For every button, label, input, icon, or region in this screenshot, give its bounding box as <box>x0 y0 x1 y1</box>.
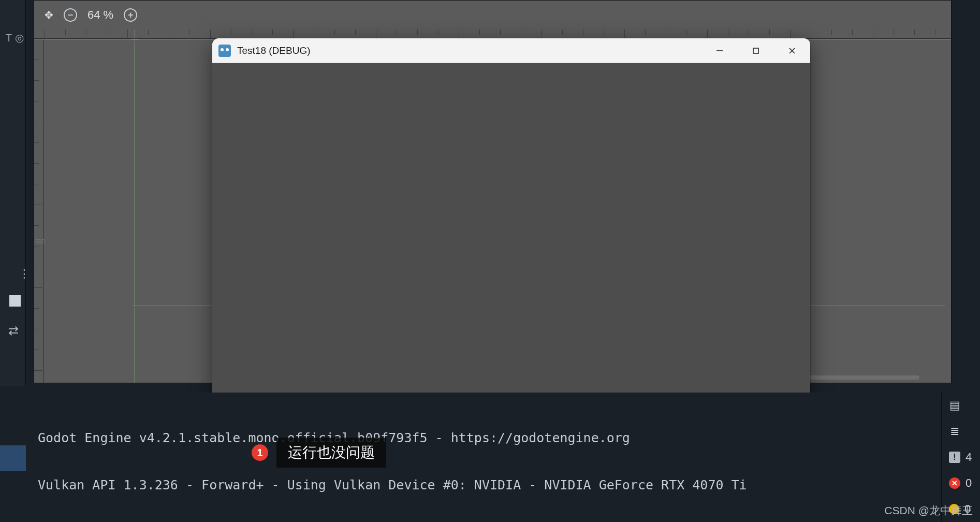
zoom-level-label[interactable]: 64 % <box>87 8 113 22</box>
warning-count-value: 4 <box>966 451 972 464</box>
status-sidebar: ▤ ≣ ! 4 ✕ 0 0 <box>941 393 980 522</box>
warning-count[interactable]: ! 4 <box>942 444 980 470</box>
csdn-watermark: CSDN @龙中舞王 <box>884 503 973 518</box>
more-dots-icon[interactable]: ⋮ <box>19 267 28 281</box>
filter-icon-2[interactable]: ≣ <box>942 418 980 444</box>
annotation-number-badge: 1 <box>252 444 268 461</box>
left-selected-item[interactable] <box>0 445 26 471</box>
tool-target-icon[interactable]: ◎ <box>11 30 27 46</box>
error-count[interactable]: ✕ 0 <box>942 470 980 496</box>
ruler-v-label: 500 <box>35 238 45 244</box>
console-line: Vulkan API 1.3.236 - Forward+ - Using Vu… <box>38 477 937 494</box>
minimize-button[interactable] <box>701 38 738 63</box>
svg-rect-1 <box>753 48 758 53</box>
output-console[interactable]: Godot Engine v4.2.1.stable.mono.official… <box>34 393 941 522</box>
zoom-in-button[interactable]: + <box>124 8 137 22</box>
window-control-buttons <box>701 38 810 63</box>
game-debug-window[interactable]: Test18 (DEBUG) <box>212 38 810 401</box>
error-icon: ✕ <box>949 477 960 489</box>
ruler-vertical[interactable]: 500 <box>34 39 43 386</box>
game-window-title: Test18 (DEBUG) <box>237 45 310 56</box>
console-line: Godot Engine v4.2.1.stable.mono.official… <box>38 430 937 447</box>
origin-cross-icon <box>131 36 139 44</box>
connect-icon[interactable]: ⇄ <box>8 324 19 338</box>
error-count-value: 0 <box>966 476 972 490</box>
warning-icon: ! <box>949 452 960 463</box>
game-window-titlebar[interactable]: Test18 (DEBUG) <box>212 38 810 63</box>
close-button[interactable] <box>774 38 810 63</box>
maximize-button[interactable] <box>738 38 774 63</box>
ruler-horizontal[interactable] <box>34 30 951 39</box>
godot-app-icon <box>218 45 231 57</box>
filter-icon-1[interactable]: ▤ <box>942 393 980 418</box>
center-view-icon[interactable]: ✥ <box>45 9 53 21</box>
guide-vertical[interactable] <box>135 30 135 383</box>
annotation-bubble: 运行也没问题 <box>276 438 386 468</box>
stop-icon[interactable] <box>9 295 21 307</box>
viewport-toolbar: ✥ − 64 % + <box>45 8 137 22</box>
zoom-out-button[interactable]: − <box>64 8 77 22</box>
